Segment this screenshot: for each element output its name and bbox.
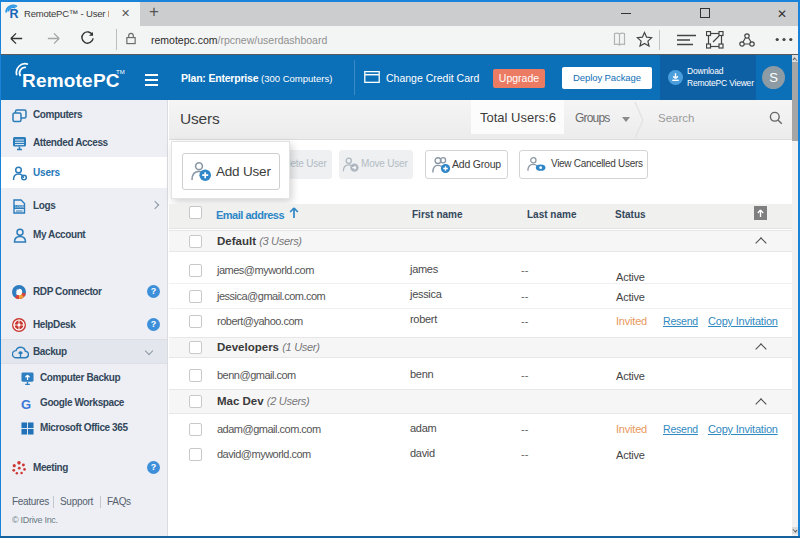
svg-text:R: R: [10, 7, 19, 19]
svg-text:G: G: [21, 397, 31, 410]
svg-text:LOGS: LOGS: [15, 205, 24, 209]
